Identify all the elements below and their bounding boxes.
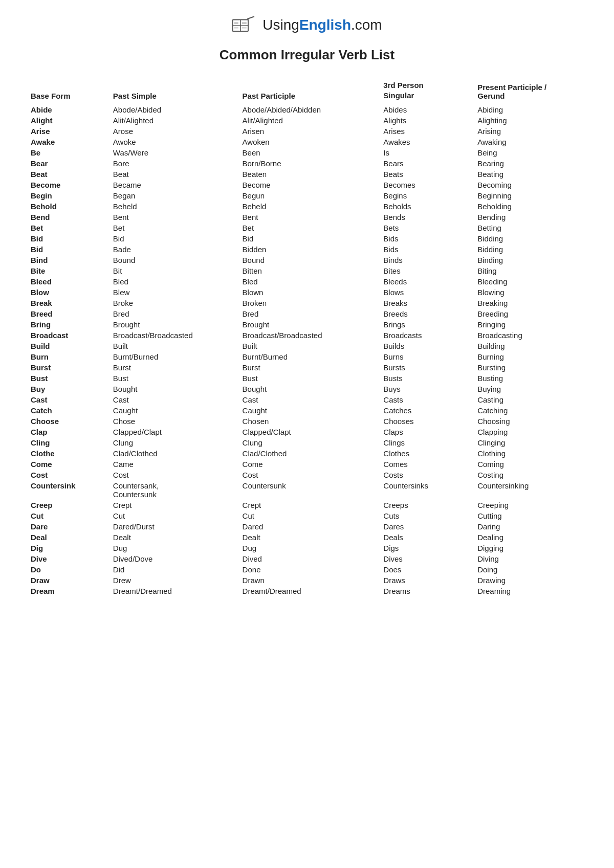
table-row: BringBroughtBroughtBringsBringing: [31, 319, 583, 330]
present-participle-cell: Casting: [477, 394, 583, 405]
base-form-cell: Break: [31, 298, 113, 308]
present-participle-cell: Blowing: [477, 287, 583, 298]
past-participle-cell: Become: [243, 180, 384, 190]
past-participle-cell: Broadcast/Broadcasted: [243, 330, 384, 341]
past-simple-cell: Bled: [113, 276, 243, 287]
third-person-cell: Does: [383, 564, 477, 575]
third-person-cell: Breaks: [383, 298, 477, 308]
base-form-cell: Choose: [31, 416, 113, 427]
base-form-cell: Bend: [31, 212, 113, 222]
base-form-cell: Beat: [31, 169, 113, 180]
past-simple-cell: Broke: [113, 298, 243, 308]
present-participle-cell: Drawing: [477, 575, 583, 586]
third-person-cell: Digs: [383, 543, 477, 553]
present-participle-cell: Busting: [477, 373, 583, 384]
past-simple-cell: Bought: [113, 384, 243, 394]
present-participle-cell: Digging: [477, 543, 583, 553]
base-form-cell: Bear: [31, 158, 113, 169]
base-form-cell: Alight: [31, 115, 113, 126]
base-form-cell: Bet: [31, 222, 113, 233]
base-form-cell: Abide: [31, 104, 113, 115]
table-row: CutCutCutCutsCutting: [31, 510, 583, 521]
third-person-cell: Abides: [383, 104, 477, 115]
base-form-cell: Build: [31, 341, 113, 351]
past-simple-cell: Countersank,Countersunk: [113, 480, 243, 500]
base-form-cell: Begin: [31, 190, 113, 201]
table-row: DoDidDoneDoesDoing: [31, 564, 583, 575]
present-participle-cell: Clothing: [477, 448, 583, 459]
third-person-cell: Draws: [383, 575, 477, 586]
base-form-cell: Do: [31, 564, 113, 575]
past-participle-cell: Bust: [243, 373, 384, 384]
table-row: ClotheClad/ClothedClad/ClothedClothesClo…: [31, 448, 583, 459]
table-row: BearBoreBorn/BorneBearsBearing: [31, 158, 583, 169]
present-participle-cell: Buying: [477, 384, 583, 394]
past-participle-cell: Born/Borne: [243, 158, 384, 169]
present-participle-cell: Cutting: [477, 510, 583, 521]
past-simple-cell: Blew: [113, 287, 243, 298]
past-participle-cell: Come: [243, 459, 384, 470]
base-form-cell: Bid: [31, 233, 113, 244]
past-simple-cell: Was/Were: [113, 147, 243, 158]
third-person-cell: Comes: [383, 459, 477, 470]
table-row: CostCostCostCostsCosting: [31, 470, 583, 480]
third-person-cell: Awakes: [383, 137, 477, 147]
base-form-cell: Cut: [31, 510, 113, 521]
present-participle-cell: Building: [477, 341, 583, 351]
past-participle-cell: Bought: [243, 384, 384, 394]
base-form-cell: Dream: [31, 586, 113, 596]
third-person-cell: Blows: [383, 287, 477, 298]
past-simple-cell: Drew: [113, 575, 243, 586]
third-person-cell: Bids: [383, 244, 477, 255]
col-base-form: Base Form: [31, 78, 113, 104]
past-participle-cell: Cost: [243, 470, 384, 480]
present-participle-cell: Catching: [477, 405, 583, 416]
past-participle-cell: Dealt: [243, 532, 384, 543]
table-row: BlowBlewBlownBlowsBlowing: [31, 287, 583, 298]
third-person-cell: Catches: [383, 405, 477, 416]
third-person-cell: Bids: [383, 233, 477, 244]
base-form-cell: Buy: [31, 384, 113, 394]
table-row: ChooseChoseChosenChoosesChoosing: [31, 416, 583, 427]
past-participle-cell: Countersunk: [243, 480, 384, 500]
table-row: BeatBeatBeatenBeatsBeating: [31, 169, 583, 180]
third-person-cell: Dreams: [383, 586, 477, 596]
table-row: BreakBrokeBrokenBreaksBreaking: [31, 298, 583, 308]
present-participle-cell: Broadcasting: [477, 330, 583, 341]
present-participle-cell: Dealing: [477, 532, 583, 543]
base-form-cell: Dive: [31, 553, 113, 564]
third-person-cell: Arises: [383, 126, 477, 137]
present-participle-cell: Clapping: [477, 427, 583, 437]
third-person-cell: Cuts: [383, 510, 477, 521]
table-row: DealDealtDealtDealsDealing: [31, 532, 583, 543]
third-person-cell: Beats: [383, 169, 477, 180]
past-simple-cell: Began: [113, 190, 243, 201]
past-simple-cell: Dreamt/Dreamed: [113, 586, 243, 596]
past-participle-cell: Awoken: [243, 137, 384, 147]
third-person-cell: Beholds: [383, 201, 477, 212]
present-participle-cell: Binding: [477, 255, 583, 265]
past-simple-cell: Awoke: [113, 137, 243, 147]
past-participle-cell: Done: [243, 564, 384, 575]
third-person-cell: Dives: [383, 553, 477, 564]
table-row: DiveDived/DoveDivedDivesDiving: [31, 553, 583, 564]
col-present-participle: Present Participle /Gerund: [477, 78, 583, 104]
base-form-cell: Cost: [31, 470, 113, 480]
past-simple-cell: Arose: [113, 126, 243, 137]
table-row: ClingClungClungClingsClinging: [31, 437, 583, 448]
past-simple-cell: Cut: [113, 510, 243, 521]
past-simple-cell: Clad/Clothed: [113, 448, 243, 459]
third-person-cell: Casts: [383, 394, 477, 405]
present-participle-cell: Beholding: [477, 201, 583, 212]
third-person-cell: Brings: [383, 319, 477, 330]
table-row: BidBadeBiddenBidsBidding: [31, 244, 583, 255]
table-row: DigDugDugDigsDigging: [31, 543, 583, 553]
third-person-cell: Becomes: [383, 180, 477, 190]
past-simple-cell: Dived/Dove: [113, 553, 243, 564]
present-participle-cell: Burning: [477, 351, 583, 362]
present-participle-cell: Clinging: [477, 437, 583, 448]
site-domain: .com: [351, 17, 382, 33]
table-header-row: Base Form Past Simple Past Participle 3r…: [31, 78, 583, 104]
past-participle-cell: Dreamt/Dreamed: [243, 586, 384, 596]
table-row: DareDared/DurstDaredDaresDaring: [31, 521, 583, 532]
